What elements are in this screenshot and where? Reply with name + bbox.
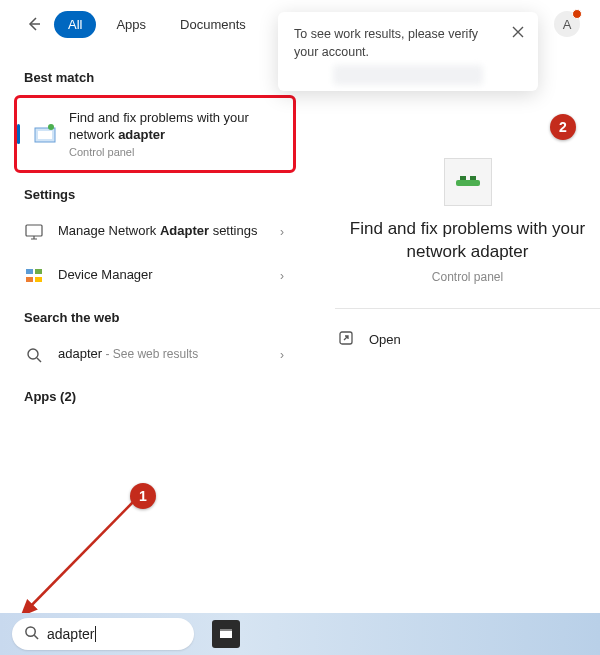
- svg-rect-9: [456, 180, 480, 186]
- chevron-right-icon: ›: [274, 269, 290, 283]
- back-button[interactable]: [20, 10, 48, 38]
- open-label: Open: [369, 332, 401, 347]
- taskbar-app-icon[interactable]: [212, 620, 240, 648]
- svg-rect-11: [470, 176, 476, 180]
- svg-point-8: [28, 349, 38, 359]
- annotation-callout-2: 2: [550, 114, 576, 140]
- best-match-subtitle: Control panel: [69, 146, 279, 158]
- web-search-item[interactable]: adapter - See web results ›: [10, 333, 300, 377]
- close-notification-button[interactable]: [508, 22, 528, 42]
- svg-rect-10: [460, 176, 466, 180]
- back-arrow-icon: [26, 16, 42, 32]
- device-manager-icon: [20, 262, 48, 290]
- blurred-content: [333, 65, 483, 85]
- taskbar-search-box[interactable]: adapter: [12, 618, 194, 650]
- chevron-right-icon: ›: [274, 225, 290, 239]
- text-cursor: [95, 626, 96, 642]
- close-icon: [512, 26, 524, 38]
- section-search-web: Search the web: [10, 298, 300, 333]
- preview-subtitle: Control panel: [335, 270, 600, 284]
- svg-rect-4: [26, 269, 33, 274]
- svg-rect-5: [35, 269, 42, 274]
- svg-rect-1: [38, 131, 52, 139]
- settings-item-title: Manage Network Adapter settings: [58, 223, 274, 240]
- chevron-right-icon: ›: [274, 348, 290, 362]
- troubleshooter-icon: [31, 120, 59, 148]
- preview-app-icon: [444, 158, 492, 206]
- search-input-value: adapter: [47, 626, 94, 642]
- open-action[interactable]: Open: [335, 321, 600, 358]
- tab-apps[interactable]: Apps: [102, 11, 160, 38]
- svg-rect-16: [220, 629, 232, 631]
- verify-account-notification: To see work results, please verify your …: [278, 12, 538, 91]
- section-settings: Settings: [10, 175, 300, 210]
- settings-item-device-manager[interactable]: Device Manager ›: [10, 254, 300, 298]
- search-icon: [24, 625, 39, 644]
- taskbar: adapter: [0, 613, 600, 655]
- notification-text: To see work results, please verify your …: [294, 26, 522, 61]
- svg-rect-7: [35, 277, 42, 282]
- web-search-title: adapter - See web results: [58, 346, 274, 363]
- tab-all[interactable]: All: [54, 11, 96, 38]
- avatar-initial: A: [563, 17, 572, 32]
- open-external-icon: [339, 331, 355, 348]
- annotation-callout-1: 1: [130, 483, 156, 509]
- settings-item-network-adapter[interactable]: Manage Network Adapter settings ›: [10, 210, 300, 254]
- annotation-highlight-box: Find and fix problems with your network …: [14, 95, 296, 173]
- divider: [335, 308, 600, 309]
- svg-point-14: [26, 626, 35, 635]
- settings-item-title: Device Manager: [58, 267, 274, 284]
- selection-indicator: [17, 124, 20, 144]
- tab-documents[interactable]: Documents: [166, 11, 260, 38]
- search-icon: [20, 341, 48, 369]
- section-best-match: Best match: [10, 58, 300, 93]
- display-settings-icon: [20, 218, 48, 246]
- best-match-result[interactable]: Find and fix problems with your network …: [21, 102, 289, 166]
- section-apps[interactable]: Apps (2): [10, 377, 300, 412]
- svg-rect-6: [26, 277, 33, 282]
- preview-title: Find and fix problems with your network …: [335, 218, 600, 264]
- best-match-title: Find and fix problems with your network …: [69, 110, 279, 144]
- results-pane: Best match Find and fix problems with yo…: [0, 48, 310, 613]
- account-avatar[interactable]: A: [554, 11, 580, 37]
- svg-rect-3: [26, 225, 42, 236]
- svg-point-2: [48, 124, 54, 130]
- notification-badge-icon: [572, 9, 582, 19]
